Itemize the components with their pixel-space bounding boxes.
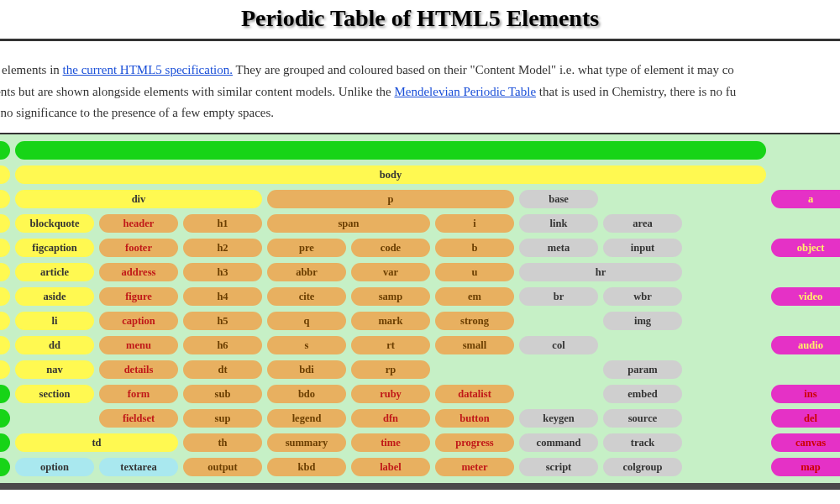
- link-mendelevian[interactable]: Mendelevian Periodic Table: [394, 85, 536, 98]
- el-u[interactable]: u: [435, 263, 514, 281]
- el-hr[interactable]: hr: [519, 263, 682, 281]
- el-cite[interactable]: cite: [267, 287, 346, 306]
- el-small[interactable]: small: [435, 336, 514, 354]
- el-ins[interactable]: ins: [771, 385, 840, 403]
- el-link[interactable]: link: [519, 214, 598, 233]
- el-td[interactable]: td: [15, 433, 178, 452]
- el-datalist[interactable]: datalist: [435, 385, 514, 403]
- el-blockquote[interactable]: blockquote: [15, 214, 94, 233]
- el-section[interactable]: section: [15, 385, 94, 403]
- el-details[interactable]: details: [99, 360, 178, 379]
- el-h3[interactable]: h3: [183, 263, 262, 281]
- el-textarea[interactable]: textarea: [99, 458, 178, 476]
- el-figure[interactable]: figure: [99, 287, 178, 306]
- el-p[interactable]: p: [267, 190, 514, 208]
- el-code[interactable]: code: [351, 239, 430, 257]
- el-mark[interactable]: mark: [351, 312, 430, 330]
- el-pre[interactable]: pre: [267, 239, 346, 257]
- el-body[interactable]: body: [15, 165, 766, 184]
- el-script[interactable]: script: [519, 458, 598, 476]
- el-ame[interactable]: ame: [0, 190, 10, 208]
- el-colgroup[interactable]: colgroup: [603, 458, 682, 476]
- link-spec[interactable]: the current HTML5 specification.: [63, 63, 233, 76]
- el-map[interactable]: map: [771, 458, 840, 476]
- el-b[interactable]: b: [435, 239, 514, 257]
- el-li[interactable]: li: [15, 312, 94, 330]
- el-th[interactable]: th: [183, 433, 262, 452]
- el-base[interactable]: base: [519, 190, 598, 208]
- el-video[interactable]: video: [771, 287, 840, 306]
- el-s[interactable]: s: [267, 336, 346, 354]
- el-option[interactable]: option: [15, 458, 94, 476]
- el-q[interactable]: q: [267, 312, 346, 330]
- el-h4[interactable]: h4: [183, 287, 262, 306]
- el-col[interactable]: col: [519, 336, 598, 354]
- empty-cell: [0, 141, 10, 160]
- el-a[interactable]: a: [771, 190, 840, 208]
- el-var[interactable]: var: [351, 263, 430, 281]
- el-nav[interactable]: nav: [15, 360, 94, 379]
- el-header[interactable]: header: [99, 214, 178, 233]
- el-output[interactable]: output: [183, 458, 262, 476]
- el-area[interactable]: area: [603, 214, 682, 233]
- el-strong[interactable]: strong: [435, 312, 514, 330]
- el-abbr[interactable]: abbr: [267, 263, 346, 281]
- el-embed[interactable]: embed: [603, 385, 682, 403]
- el-article[interactable]: article: [15, 263, 94, 281]
- el-canvas[interactable]: canvas: [771, 433, 840, 452]
- el-bdo[interactable]: bdo: [267, 385, 346, 403]
- el-command[interactable]: command: [519, 433, 598, 452]
- el-h2[interactable]: h2: [183, 239, 262, 257]
- el-br[interactable]: br: [519, 287, 598, 306]
- el-img[interactable]: img: [603, 312, 682, 330]
- el-meter[interactable]: meter: [435, 458, 514, 476]
- el-keygen[interactable]: keygen: [519, 409, 598, 428]
- el-source[interactable]: source: [603, 409, 682, 428]
- el-summary[interactable]: summary: [267, 433, 346, 452]
- el-sup[interactable]: sup: [183, 409, 262, 428]
- el-label[interactable]: label: [351, 458, 430, 476]
- el-address[interactable]: address: [99, 263, 178, 281]
- el-del[interactable]: del: [771, 409, 840, 428]
- el-legend[interactable]: legend: [267, 409, 346, 428]
- el-button[interactable]: button: [435, 409, 514, 428]
- el-r[interactable]: r: [0, 433, 10, 452]
- el-dd[interactable]: dd: [15, 336, 94, 354]
- el-audio[interactable]: audio: [771, 336, 840, 354]
- el-sub[interactable]: sub: [183, 385, 262, 403]
- el-form[interactable]: form: [99, 385, 178, 403]
- el-object[interactable]: object: [771, 239, 840, 257]
- el-kbd[interactable]: kbd: [267, 458, 346, 476]
- el-bdi[interactable]: bdi: [267, 360, 346, 379]
- el-roup[interactable]: roup: [0, 458, 10, 476]
- el-time[interactable]: time: [351, 433, 430, 452]
- el-caption[interactable]: caption: [99, 312, 178, 330]
- el-footer[interactable]: footer: [99, 239, 178, 257]
- el-rt[interactable]: rt: [351, 336, 430, 354]
- el-span[interactable]: span: [267, 214, 430, 233]
- el-dfn[interactable]: dfn: [351, 409, 430, 428]
- el-param[interactable]: param: [603, 360, 682, 379]
- el-input[interactable]: input: [603, 239, 682, 257]
- el-wbr[interactable]: wbr: [603, 287, 682, 306]
- el-meta[interactable]: meta: [519, 239, 598, 257]
- el-ruby[interactable]: ruby: [351, 385, 430, 403]
- el-h1[interactable]: h1: [183, 214, 262, 233]
- el-div[interactable]: div: [15, 190, 262, 208]
- el-samp[interactable]: samp: [351, 287, 430, 306]
- el-figcaption[interactable]: figcaption: [15, 239, 94, 257]
- el-h5[interactable]: h5: [183, 312, 262, 330]
- el-aside[interactable]: aside: [15, 287, 94, 306]
- el-track[interactable]: track: [603, 433, 682, 452]
- el-progress[interactable]: progress: [435, 433, 514, 452]
- el-h6[interactable]: h6: [183, 336, 262, 354]
- el-ot[interactable]: ot: [0, 409, 10, 428]
- empty-cell: [687, 336, 766, 354]
- el-menu[interactable]: menu: [99, 336, 178, 354]
- el-rp[interactable]: rp: [351, 360, 430, 379]
- el-fieldset[interactable]: fieldset: [99, 409, 178, 428]
- el-dt[interactable]: dt: [183, 360, 262, 379]
- empty-cell: [771, 263, 840, 281]
- el-em[interactable]: em: [435, 287, 514, 306]
- el-i[interactable]: i: [435, 214, 514, 233]
